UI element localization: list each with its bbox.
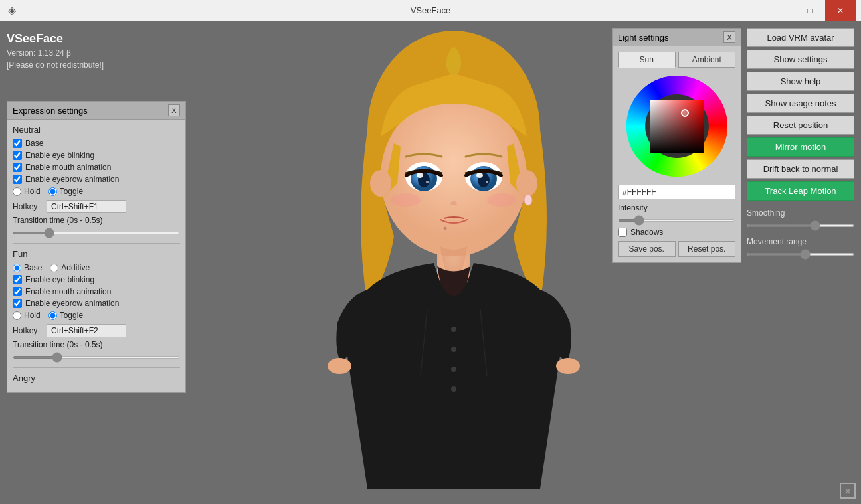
neutral-eye-blinking-label: Enable eye blinking — [25, 151, 94, 160]
fun-base-radio[interactable] — [13, 264, 21, 272]
svg-point-21 — [451, 347, 456, 352]
svg-point-22 — [451, 367, 456, 372]
expression-panel-body: Neutral Base Enable eye blinking Enable … — [7, 120, 185, 392]
right-panel: Load VRM avatar Show settings Show help … — [747, 28, 854, 258]
fun-toggle-label: Toggle — [60, 311, 83, 320]
light-panel-header: Light settings X — [613, 29, 741, 46]
fun-transition-row: Transition time (0s - 0.5s) — [13, 340, 180, 361]
movement-range-slider[interactable] — [747, 253, 854, 256]
expression-panel-close[interactable]: X — [168, 104, 180, 116]
fun-additive-radio[interactable] — [50, 264, 58, 272]
bottom-right-icon[interactable]: ⊠ — [840, 483, 856, 499]
fun-hold-radio[interactable] — [13, 311, 21, 320]
neutral-mouth-label: Enable mouth animation — [25, 163, 111, 172]
svg-point-18 — [516, 170, 537, 197]
svg-point-24 — [328, 358, 351, 374]
svg-point-25 — [556, 358, 580, 374]
neutral-toggle-radio[interactable] — [48, 187, 57, 196]
light-panel: Light settings X Sun Ambient Intensity S… — [612, 28, 741, 263]
close-button[interactable]: ✕ — [825, 0, 856, 21]
expression-panel-title: Expression settings — [13, 106, 88, 116]
smoothing-slider[interactable] — [747, 224, 854, 227]
shadows-row: Shadows — [618, 228, 735, 237]
fun-base-item: Base — [13, 263, 42, 272]
app-subtitle: [Please do not redistribute!] — [7, 60, 104, 70]
svg-point-15 — [487, 193, 516, 207]
movement-range-section: Movement range — [747, 237, 854, 258]
load-vrm-button[interactable]: Load VRM avatar — [747, 28, 854, 47]
fun-hold-label: Hold — [24, 311, 41, 320]
track-leap-button[interactable]: Track Leap Motion — [747, 181, 854, 201]
expression-panel-header: Expression settings X — [7, 102, 185, 120]
neutral-transition-slider[interactable] — [13, 232, 180, 234]
fun-eye-blinking-row: Enable eye blinking — [13, 275, 180, 284]
color-wheel-container — [618, 73, 735, 179]
svg-point-17 — [370, 170, 391, 197]
pos-buttons: Save pos. Reset pos. — [618, 241, 735, 257]
fun-toggle-item: Toggle — [48, 311, 83, 320]
fun-toggle-radio[interactable] — [48, 311, 57, 320]
fun-mouth-label: Enable mouth animation — [25, 287, 111, 296]
save-pos-button[interactable]: Save pos. — [618, 241, 676, 257]
ambient-tab[interactable]: Ambient — [678, 52, 736, 68]
shadows-checkbox[interactable] — [618, 228, 627, 237]
show-usage-button[interactable]: Show usage notes — [747, 94, 854, 113]
svg-point-9 — [417, 173, 423, 178]
neutral-hold-item: Hold — [13, 187, 41, 196]
show-settings-button[interactable]: Show settings — [747, 50, 854, 69]
neutral-hold-radio[interactable] — [13, 187, 21, 196]
light-panel-close[interactable]: X — [723, 31, 735, 43]
fun-additive-item: Additive — [50, 263, 90, 272]
drift-back-button[interactable]: Drift back to normal — [747, 159, 854, 179]
section-angry-title: Angry — [13, 373, 180, 383]
maximize-button[interactable]: □ — [795, 0, 825, 21]
reset-pos-button[interactable]: Reset pos. — [678, 241, 736, 257]
mirror-motion-button[interactable]: Mirror motion — [747, 137, 854, 157]
main-area: VSeeFace Version: 1.13.24 β [Please do n… — [0, 21, 861, 504]
color-hex-input[interactable] — [618, 185, 735, 199]
neutral-hold-toggle-row: Hold Toggle — [13, 187, 180, 196]
neutral-eye-blinking-row: Enable eye blinking — [13, 151, 180, 160]
light-panel-body: Sun Ambient Intensity Shadows Save pos. … — [613, 46, 741, 262]
reset-position-button[interactable]: Reset position — [747, 116, 854, 135]
fun-eye-blinking-label: Enable eye blinking — [25, 275, 94, 284]
svg-point-12 — [486, 181, 488, 183]
intensity-label: Intensity — [618, 203, 735, 212]
avatar-svg — [301, 24, 607, 502]
shadows-label: Shadows — [630, 228, 663, 237]
fun-eye-blinking-checkbox[interactable] — [13, 275, 22, 284]
show-help-button[interactable]: Show help — [747, 72, 854, 91]
intensity-slider[interactable] — [618, 219, 735, 222]
fun-transition-slider[interactable] — [13, 356, 180, 359]
fun-hotkey-input[interactable] — [47, 324, 126, 337]
movement-range-label: Movement range — [747, 237, 854, 246]
svg-point-10 — [476, 173, 483, 178]
light-panel-title: Light settings — [618, 33, 669, 42]
smoothing-label: Smoothing — [747, 209, 854, 218]
svg-point-11 — [426, 181, 429, 183]
fun-eyebrow-row: Enable eyebrow animation — [13, 299, 180, 308]
neutral-toggle-label: Toggle — [60, 187, 83, 196]
fun-mouth-row: Enable mouth animation — [13, 287, 180, 296]
section-fun-title: Fun — [13, 249, 180, 259]
neutral-eyebrow-checkbox[interactable] — [13, 175, 22, 184]
fun-hotkey-label: Hotkey — [13, 326, 43, 335]
neutral-base-checkbox[interactable] — [13, 139, 22, 148]
fun-eyebrow-checkbox[interactable] — [13, 299, 22, 308]
neutral-eye-blinking-checkbox[interactable] — [13, 151, 22, 160]
fun-hold-toggle-row: Hold Toggle — [13, 311, 180, 320]
app-icon: ◈ — [5, 4, 19, 17]
sun-tab[interactable]: Sun — [618, 52, 676, 68]
app-version: Version: 1.13.24 β — [7, 48, 104, 58]
svg-point-16 — [444, 226, 447, 230]
color-wheel[interactable] — [624, 73, 730, 179]
neutral-mouth-checkbox[interactable] — [13, 163, 22, 172]
neutral-toggle-item: Toggle — [48, 187, 83, 196]
divider-2 — [13, 367, 180, 368]
svg-point-19 — [524, 195, 532, 205]
minimize-button[interactable]: ─ — [764, 0, 795, 21]
fun-mouth-checkbox[interactable] — [13, 287, 22, 296]
neutral-eyebrow-label: Enable eyebrow animation — [25, 175, 119, 184]
sun-ambient-tabs: Sun Ambient — [618, 52, 735, 68]
neutral-hotkey-input[interactable] — [47, 200, 126, 213]
